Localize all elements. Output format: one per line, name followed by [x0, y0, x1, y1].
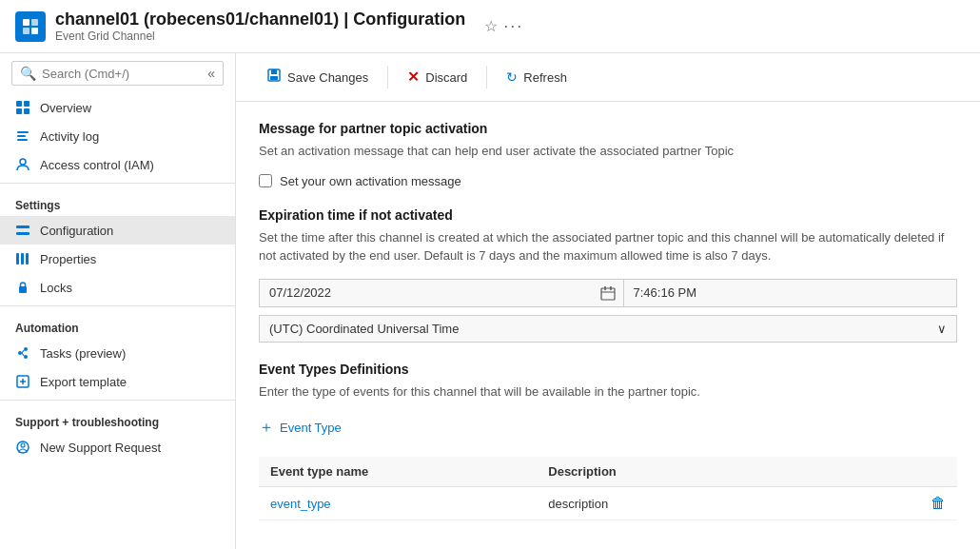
- svg-line-21: [22, 350, 24, 353]
- svg-point-11: [20, 159, 26, 165]
- toolbar-separator-2: [486, 66, 487, 88]
- expiration-title: Expiration time if not activated: [259, 207, 957, 223]
- svg-rect-29: [601, 288, 615, 300]
- main-layout: 🔍 « Overview Activity log Access control…: [0, 53, 980, 549]
- configuration-icon: [15, 223, 30, 238]
- event-types-title: Event Types Definitions: [259, 362, 957, 377]
- support-section-header: Support + troubleshooting: [0, 404, 235, 433]
- svg-point-18: [18, 351, 22, 355]
- event-types-desc: Enter the type of events for this channe…: [259, 382, 957, 402]
- svg-rect-28: [270, 76, 278, 80]
- sidebar-item-label: New Support Request: [40, 441, 161, 455]
- add-event-type-button[interactable]: ＋ Event Type: [259, 414, 957, 441]
- svg-rect-0: [23, 19, 29, 26]
- sidebar-item-properties[interactable]: Properties: [0, 245, 235, 273]
- header-actions: ☆ ···: [484, 16, 523, 36]
- svg-point-19: [24, 347, 28, 351]
- svg-point-20: [24, 355, 28, 359]
- sidebar-item-label: Export template: [40, 375, 127, 389]
- save-changes-button[interactable]: Save Changes: [255, 63, 380, 91]
- svg-rect-10: [17, 139, 28, 141]
- locks-icon: [15, 280, 30, 295]
- sidebar-item-locks[interactable]: Locks: [0, 273, 235, 302]
- calendar-icon[interactable]: [593, 279, 624, 307]
- activation-section: Message for partner topic activation Set…: [259, 121, 957, 188]
- divider-support: [0, 400, 235, 401]
- col-header-desc: Description: [537, 457, 919, 487]
- support-icon: [15, 440, 30, 455]
- collapse-icon[interactable]: «: [207, 66, 215, 81]
- svg-rect-4: [16, 101, 22, 107]
- page-header: channel01 (robecens01/channel01) | Confi…: [0, 0, 980, 53]
- sidebar-item-label: Configuration: [40, 224, 113, 238]
- divider-automation: [0, 305, 235, 306]
- svg-rect-17: [19, 286, 27, 293]
- save-icon: [266, 68, 282, 87]
- sidebar-item-tasks[interactable]: Tasks (preview): [0, 339, 235, 367]
- favorite-icon[interactable]: ☆: [484, 17, 498, 35]
- properties-icon: [15, 251, 30, 266]
- search-input[interactable]: [42, 67, 202, 81]
- sidebar-item-new-support-request[interactable]: New Support Request: [0, 433, 235, 461]
- activation-desc: Set an activation message that can help …: [259, 142, 957, 161]
- event-type-cell: event_type: [259, 487, 537, 520]
- sidebar-item-label: Activity log: [40, 129, 99, 144]
- delete-cell: 🗑: [919, 487, 957, 520]
- sidebar-item-overview[interactable]: Overview: [0, 93, 235, 122]
- event-type-link[interactable]: event_type: [270, 497, 331, 511]
- svg-line-22: [22, 353, 24, 356]
- activity-log-icon: [15, 128, 30, 144]
- discard-icon: ✕: [407, 69, 420, 86]
- sidebar-item-label: Locks: [40, 281, 72, 295]
- col-header-action: [919, 457, 957, 487]
- page-subtitle: Event Grid Channel: [55, 29, 465, 43]
- svg-rect-13: [16, 232, 29, 235]
- svg-rect-3: [31, 28, 38, 34]
- svg-rect-9: [17, 135, 26, 137]
- chevron-down-icon: ∨: [937, 322, 947, 336]
- page-content: Message for partner topic activation Set…: [236, 102, 980, 549]
- app-icon: [15, 11, 46, 42]
- timezone-value: (UTC) Coordinated Universal Time: [269, 322, 937, 336]
- activation-checkbox[interactable]: [259, 174, 272, 187]
- delete-icon[interactable]: 🗑: [931, 495, 946, 511]
- activation-checkbox-label: Set your own activation message: [280, 174, 461, 188]
- title-block: channel01 (robecens01/channel01) | Confi…: [55, 10, 465, 43]
- sidebar-item-activity-log[interactable]: Activity log: [0, 122, 235, 150]
- tasks-icon: [15, 345, 30, 361]
- event-types-table: Event type name Description event_type d…: [259, 457, 957, 520]
- overview-icon: [15, 100, 30, 115]
- description-cell: description: [537, 487, 919, 520]
- more-options-icon[interactable]: ···: [503, 16, 523, 36]
- event-types-section: Event Types Definitions Enter the type o…: [259, 362, 957, 521]
- sidebar-item-access-control[interactable]: Access control (IAM): [0, 150, 235, 179]
- add-event-label: Event Type: [280, 421, 342, 435]
- activation-title: Message for partner topic activation: [259, 121, 957, 136]
- discard-button[interactable]: ✕ Discard: [396, 64, 479, 90]
- svg-rect-5: [24, 101, 29, 107]
- sidebar-item-configuration[interactable]: Configuration: [0, 216, 235, 245]
- svg-rect-14: [16, 253, 19, 265]
- activation-checkbox-row: Set your own activation message: [259, 174, 957, 188]
- refresh-button[interactable]: ↻ Refresh: [495, 65, 578, 89]
- expiration-desc: Set the time after this channel is creat…: [259, 228, 957, 265]
- plus-icon: ＋: [259, 418, 274, 438]
- discard-label: Discard: [425, 70, 467, 85]
- search-box[interactable]: 🔍 «: [11, 61, 224, 86]
- toolbar-separator-1: [387, 66, 388, 88]
- sidebar-item-label: Tasks (preview): [40, 346, 126, 361]
- page-title: channel01 (robecens01/channel01) | Confi…: [55, 10, 465, 29]
- date-value: 07/12/2022: [269, 285, 331, 300]
- timezone-dropdown[interactable]: (UTC) Coordinated Universal Time ∨: [259, 315, 957, 343]
- svg-rect-15: [21, 253, 24, 265]
- search-icon: 🔍: [20, 66, 36, 81]
- date-display: 07/12/2022: [259, 279, 593, 307]
- svg-point-25: [21, 443, 25, 447]
- save-changes-label: Save Changes: [287, 70, 368, 85]
- svg-rect-8: [17, 131, 29, 133]
- sidebar: 🔍 « Overview Activity log Access control…: [0, 53, 236, 549]
- content-area: Save Changes ✕ Discard ↻ Refresh Message…: [236, 53, 980, 549]
- sidebar-item-export-template[interactable]: Export template: [0, 367, 235, 396]
- table-row: event_type description 🗑: [259, 487, 957, 520]
- col-header-name: Event type name: [259, 457, 537, 487]
